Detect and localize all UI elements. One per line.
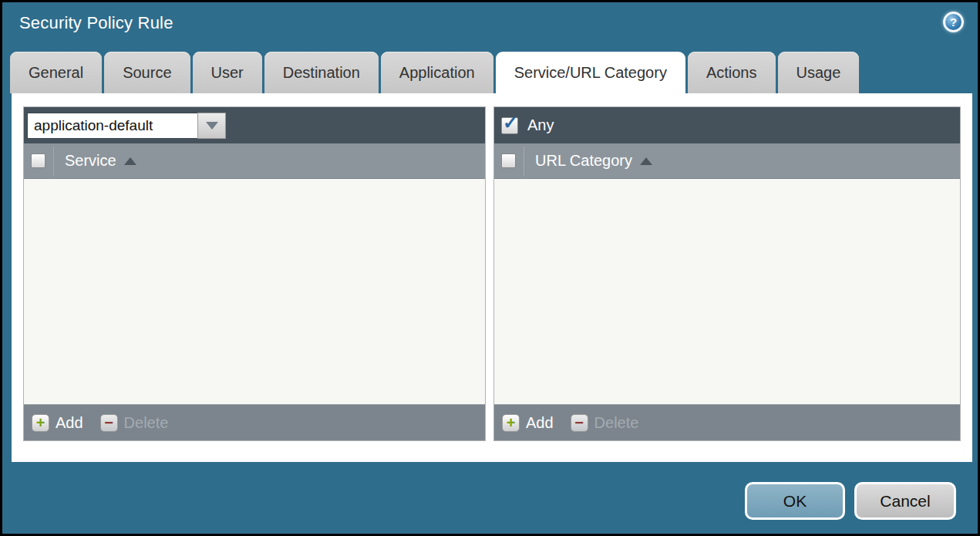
delete-button-label: Delete [594,414,639,432]
url-category-any-bar: ✓ Any [494,107,960,143]
service-toolbar [24,107,485,143]
sort-ascending-icon[interactable] [124,157,136,165]
add-icon: + [502,414,520,432]
url-category-table-body[interactable] [494,179,960,404]
tab-destination[interactable]: Destination [264,52,379,93]
header-separator [53,147,54,176]
checkmark-icon: ✓ [503,113,518,132]
service-delete-button[interactable]: − Delete [100,414,169,432]
url-category-column-header[interactable]: URL Category [535,152,632,170]
url-category-delete-button[interactable]: − Delete [571,414,639,432]
sort-ascending-icon[interactable] [640,157,652,165]
service-add-button[interactable]: + Add [32,414,83,432]
tab-bar: General Source User Destination Applicat… [10,52,859,93]
any-checkbox-label[interactable]: Any [527,116,554,134]
header-separator [524,147,524,176]
url-category-add-button[interactable]: + Add [502,414,554,432]
service-panel: Service + Add − Delete [23,106,486,441]
service-type-input[interactable] [27,113,197,139]
delete-icon: − [100,414,118,432]
add-icon: + [32,414,49,432]
url-category-footer: + Add − Delete [494,404,960,440]
tab-actions[interactable]: Actions [688,52,776,93]
service-column-header[interactable]: Service [65,152,116,170]
service-type-combo [27,113,226,139]
delete-button-label: Delete [124,414,169,432]
url-category-select-all-checkbox[interactable] [501,153,516,168]
service-select-all-checkbox[interactable] [31,153,45,168]
url-category-panel: ✓ Any URL Category + Add − Delete [493,106,961,441]
help-icon[interactable]: ? [943,12,964,32]
service-table-header: Service [24,143,485,179]
service-table-body[interactable] [24,179,485,404]
tab-user[interactable]: User [193,52,262,93]
chevron-down-icon [206,122,218,130]
add-button-label: Add [526,414,554,432]
cancel-button[interactable]: Cancel [854,482,956,520]
any-checkbox[interactable]: ✓ [501,117,518,134]
security-policy-rule-dialog: Security Policy Rule ? General Source Us… [0,0,980,536]
service-type-dropdown-button[interactable] [197,113,226,139]
tab-general[interactable]: General [10,52,102,93]
dialog-title: Security Policy Rule [19,13,173,33]
add-button-label: Add [56,414,83,432]
url-category-table-header: URL Category [494,143,960,179]
delete-icon: − [571,414,588,432]
tab-application[interactable]: Application [381,52,493,93]
tab-service-url-category[interactable]: Service/URL Category [496,52,685,93]
ok-button[interactable]: OK [745,482,845,520]
tab-content-area: Service + Add − Delete ✓ Any [12,93,972,462]
tab-usage[interactable]: Usage [778,52,860,93]
tab-source[interactable]: Source [104,52,190,93]
service-footer: + Add − Delete [24,404,485,440]
